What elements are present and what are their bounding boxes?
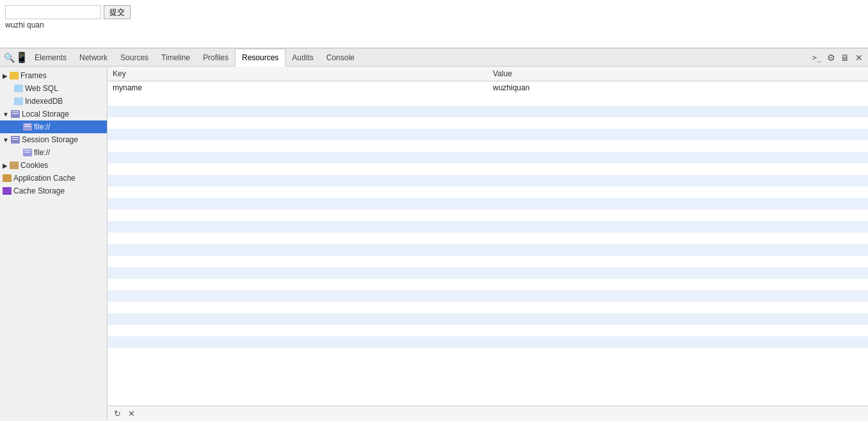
cell-key — [108, 94, 488, 106]
table-row — [108, 267, 868, 279]
db-icon — [14, 85, 23, 92]
tab-profiles[interactable]: Profiles — [197, 49, 235, 67]
sidebar-item-cache-storage[interactable]: Cache Storage — [0, 185, 107, 197]
cell-value — [488, 94, 868, 106]
sidebar-item-session-storage[interactable]: ▼ Session Storage — [0, 133, 107, 146]
main-content: Key Value mynamewuzhiquan ↻ ✕ — [108, 67, 868, 421]
cell-value — [488, 233, 868, 244]
bottom-bar: ↻ ✕ — [108, 406, 868, 421]
cell-key — [108, 302, 488, 313]
cell-value — [488, 106, 868, 117]
cell-key — [108, 325, 488, 336]
cachestorage-icon — [3, 187, 12, 195]
cookie-icon — [10, 161, 19, 169]
sidebar-item-session-storage-file[interactable]: file:// — [0, 146, 107, 159]
cell-value — [488, 198, 868, 210]
table-row — [108, 186, 868, 198]
cell-value — [488, 186, 868, 198]
clear-icon[interactable]: ✕ — [125, 408, 137, 420]
page-input[interactable] — [5, 5, 101, 19]
arrow-icon: ▼ — [3, 111, 9, 118]
data-table: Key Value mynamewuzhiquan — [108, 67, 868, 406]
device-icon[interactable]: 📱 — [15, 51, 28, 64]
table-row — [108, 233, 868, 244]
cell-value — [488, 140, 868, 152]
table-row — [108, 279, 868, 290]
table-row — [108, 302, 868, 313]
cell-key — [108, 129, 488, 140]
storage-icon — [23, 149, 32, 156]
sidebar-item-frames[interactable]: ▶ Frames — [0, 69, 107, 82]
cell-key — [108, 313, 488, 325]
cell-key — [108, 152, 488, 163]
cell-value: wuzhiquan — [488, 81, 868, 95]
tab-console[interactable]: Console — [320, 49, 361, 67]
cell-value — [488, 336, 868, 348]
sidebar-label-cache-storage: Cache Storage — [13, 186, 65, 195]
sidebar-item-application-cache[interactable]: Application Cache — [0, 172, 107, 185]
tab-elements[interactable]: Elements — [28, 49, 73, 67]
sidebar-label-application-cache: Application Cache — [13, 174, 76, 183]
sidebar-item-local-storage[interactable]: ▼ Local Storage — [0, 108, 107, 120]
arrow-icon: ▶ — [3, 72, 8, 79]
cell-value — [488, 302, 868, 313]
tab-sources[interactable]: Sources — [114, 49, 155, 67]
cell-value — [488, 175, 868, 186]
table-row — [108, 163, 868, 175]
table-row — [108, 313, 868, 325]
tab-audits[interactable]: Audits — [285, 49, 319, 67]
table-row[interactable]: mynamewuzhiquan — [108, 81, 868, 95]
close-icon[interactable]: ✕ — [853, 51, 865, 64]
cell-key — [108, 163, 488, 175]
cell-value — [488, 129, 868, 140]
table-row — [108, 210, 868, 221]
sidebar: ▶ Frames Web SQL IndexedDB ▼ Local Stora… — [0, 67, 108, 421]
refresh-icon[interactable]: ↻ — [111, 408, 123, 420]
appcache-icon — [3, 174, 12, 182]
cell-key — [108, 267, 488, 279]
table-row — [108, 325, 868, 336]
storage-icon — [11, 110, 20, 118]
cell-value — [488, 152, 868, 163]
page-text: wuzhi quan — [5, 21, 44, 29]
cell-key: myname — [108, 81, 488, 95]
cell-value — [488, 267, 868, 279]
table-row — [108, 198, 868, 210]
sidebar-label-session-storage: Session Storage — [22, 135, 78, 144]
cell-value — [488, 290, 868, 302]
table-row — [108, 140, 868, 152]
table-row — [108, 106, 868, 117]
cell-key — [108, 256, 488, 267]
folder-icon — [10, 72, 19, 79]
cell-key — [108, 106, 488, 117]
cell-value — [488, 325, 868, 336]
sidebar-label-local-storage-file: file:// — [34, 122, 50, 131]
cell-key — [108, 140, 488, 152]
sidebar-item-websql[interactable]: Web SQL — [0, 82, 107, 95]
search-icon[interactable]: 🔍 — [3, 51, 15, 64]
table-row — [108, 221, 868, 233]
terminal-icon[interactable]: >_ — [810, 51, 823, 64]
table-row — [108, 94, 868, 106]
sidebar-item-local-storage-file[interactable]: file:// — [0, 120, 107, 133]
dock-icon[interactable]: 🖥 — [839, 51, 851, 64]
cell-value — [488, 221, 868, 233]
cell-key — [108, 348, 488, 359]
cell-key — [108, 244, 488, 256]
sidebar-label-session-storage-file: file:// — [34, 148, 50, 157]
submit-button[interactable]: 提交 — [104, 5, 131, 19]
table-row — [108, 117, 868, 129]
storage-icon — [11, 136, 20, 144]
table-row — [108, 129, 868, 140]
tab-timeline[interactable]: Timeline — [155, 49, 197, 67]
tab-network[interactable]: Network — [73, 49, 114, 67]
sidebar-item-indexeddb[interactable]: IndexedDB — [0, 95, 107, 108]
cell-value — [488, 256, 868, 267]
tab-resources[interactable]: Resources — [235, 49, 285, 67]
cell-value — [488, 210, 868, 221]
table-row — [108, 256, 868, 267]
sidebar-item-cookies[interactable]: ▶ Cookies — [0, 159, 107, 172]
settings-icon[interactable]: ⚙ — [824, 51, 837, 64]
sidebar-label-indexeddb: IndexedDB — [25, 97, 63, 106]
cell-key — [108, 175, 488, 186]
